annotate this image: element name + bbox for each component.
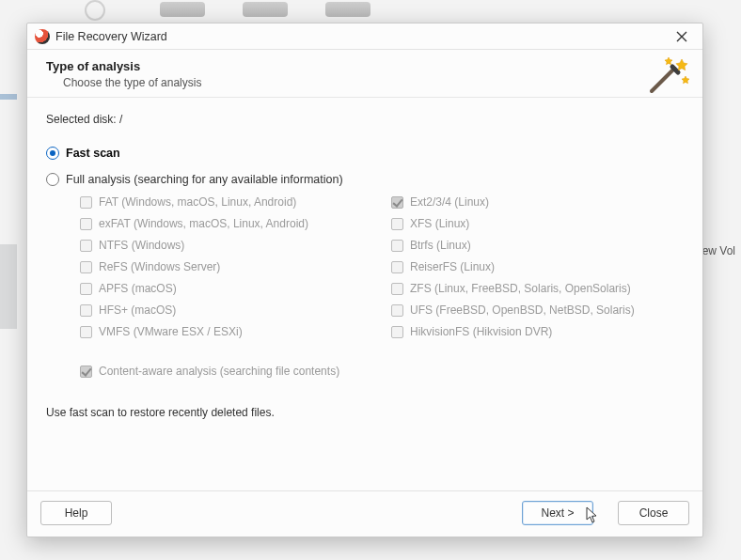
fs-vmfs-checkbox bbox=[80, 326, 92, 338]
fs-apfs-checkbox bbox=[80, 283, 92, 295]
fs-exfat: exFAT (Windows, macOS, Linux, Android) bbox=[80, 217, 372, 230]
fs-btrfs-label: Btrfs (Linux) bbox=[410, 239, 471, 252]
fs-xfs-checkbox bbox=[391, 218, 403, 230]
fs-hikvision-checkbox bbox=[391, 326, 403, 338]
fs-btrfs-checkbox bbox=[391, 240, 403, 252]
close-icon[interactable] bbox=[665, 25, 699, 48]
content-aware-row: Content-aware analysis (searching file c… bbox=[80, 365, 684, 378]
page-title: Type of analysis bbox=[46, 59, 684, 73]
radio-full-analysis-label: Full analysis (searching for any availab… bbox=[66, 173, 343, 186]
fs-ufs: UFS (FreeBSD, OpenBSD, NetBSD, Solaris) bbox=[391, 303, 684, 317]
fs-exfat-checkbox bbox=[80, 218, 92, 230]
fs-xfs-label: XFS (Linux) bbox=[410, 217, 469, 230]
app-icon bbox=[35, 29, 50, 44]
fs-reiserfs-label: ReiserFS (Linux) bbox=[410, 260, 495, 273]
fs-zfs-checkbox bbox=[391, 283, 403, 295]
wizard-header: Type of analysis Choose the type of anal… bbox=[27, 50, 702, 98]
bg-volume-label: ew Vol bbox=[702, 244, 735, 257]
fs-fat-checkbox bbox=[80, 196, 92, 209]
fs-ntfs-checkbox bbox=[80, 240, 92, 252]
fs-hfsplus-checkbox bbox=[80, 304, 92, 317]
fs-ext: Ext2/3/4 (Linux) bbox=[391, 195, 684, 209]
fs-btrfs: Btrfs (Linux) bbox=[391, 239, 684, 252]
selected-disk-label: Selected disk: / bbox=[46, 113, 684, 126]
content-aware-checkbox bbox=[80, 366, 92, 378]
bg-disk-row bbox=[66, 2, 370, 17]
help-button[interactable]: Help bbox=[40, 501, 112, 525]
fs-zfs-label: ZFS (Linux, FreeBSD, Solaris, OpenSolari… bbox=[410, 282, 631, 295]
titlebar: File Recovery Wizard bbox=[27, 23, 702, 50]
hint-text: Use fast scan to restore recently delete… bbox=[46, 406, 684, 419]
fs-exfat-label: exFAT (Windows, macOS, Linux, Android) bbox=[99, 217, 308, 230]
fs-fat-label: FAT (Windows, macOS, Linux, Android) bbox=[99, 195, 296, 209]
fs-reiserfs: ReiserFS (Linux) bbox=[391, 260, 684, 273]
fs-fat: FAT (Windows, macOS, Linux, Android) bbox=[80, 195, 372, 209]
fs-ntfs: NTFS (Windows) bbox=[80, 239, 372, 252]
filesystem-grid: FAT (Windows, macOS, Linux, Android) Ext… bbox=[80, 195, 684, 338]
fs-apfs: APFS (macOS) bbox=[80, 282, 372, 295]
wizard-wand-icon bbox=[646, 54, 691, 95]
fs-zfs: ZFS (Linux, FreeBSD, Solaris, OpenSolari… bbox=[391, 282, 684, 295]
close-button[interactable]: Close bbox=[618, 501, 689, 525]
fs-hfsplus-label: HFS+ (macOS) bbox=[99, 303, 176, 317]
radio-fast-scan[interactable]: Fast scan bbox=[46, 147, 684, 160]
fs-ntfs-label: NTFS (Windows) bbox=[99, 239, 184, 252]
window-title: File Recovery Wizard bbox=[55, 30, 665, 43]
fs-vmfs-label: VMFS (VMware ESX / ESXi) bbox=[99, 325, 243, 338]
fs-reiserfs-checkbox bbox=[391, 261, 403, 273]
wizard-body: Selected disk: / Fast scan Full analysis… bbox=[27, 98, 702, 490]
page-subtitle: Choose the type of analysis bbox=[63, 76, 684, 89]
bg-stripe-2 bbox=[0, 244, 17, 329]
fs-xfs: XFS (Linux) bbox=[391, 217, 684, 230]
wizard-dialog: File Recovery Wizard Type of analysis Ch… bbox=[26, 23, 703, 537]
bg-stripe bbox=[0, 94, 17, 100]
fs-hfsplus: HFS+ (macOS) bbox=[80, 303, 372, 317]
radio-full-analysis-input[interactable] bbox=[46, 173, 59, 186]
cursor-icon bbox=[586, 506, 601, 523]
radio-fast-scan-label: Fast scan bbox=[66, 147, 120, 160]
content-aware-label: Content-aware analysis (searching file c… bbox=[99, 365, 339, 378]
fs-ext-label: Ext2/3/4 (Linux) bbox=[410, 195, 489, 209]
fs-hikvision-label: HikvisionFS (Hikvision DVR) bbox=[410, 325, 552, 338]
wizard-footer: Help Next > Close bbox=[27, 490, 702, 537]
fs-refs: ReFS (Windows Server) bbox=[80, 260, 372, 273]
radio-full-analysis[interactable]: Full analysis (searching for any availab… bbox=[46, 173, 684, 186]
radio-fast-scan-input[interactable] bbox=[46, 147, 59, 160]
next-button[interactable]: Next > bbox=[522, 501, 593, 525]
fs-refs-label: ReFS (Windows Server) bbox=[99, 260, 220, 273]
fs-ufs-checkbox bbox=[391, 304, 403, 317]
fs-ext-checkbox bbox=[391, 196, 403, 209]
fs-refs-checkbox bbox=[80, 261, 92, 273]
fs-ufs-label: UFS (FreeBSD, OpenBSD, NetBSD, Solaris) bbox=[410, 303, 635, 317]
fs-hikvision: HikvisionFS (Hikvision DVR) bbox=[391, 325, 684, 338]
fs-vmfs: VMFS (VMware ESX / ESXi) bbox=[80, 325, 372, 338]
fs-apfs-label: APFS (macOS) bbox=[99, 282, 177, 295]
